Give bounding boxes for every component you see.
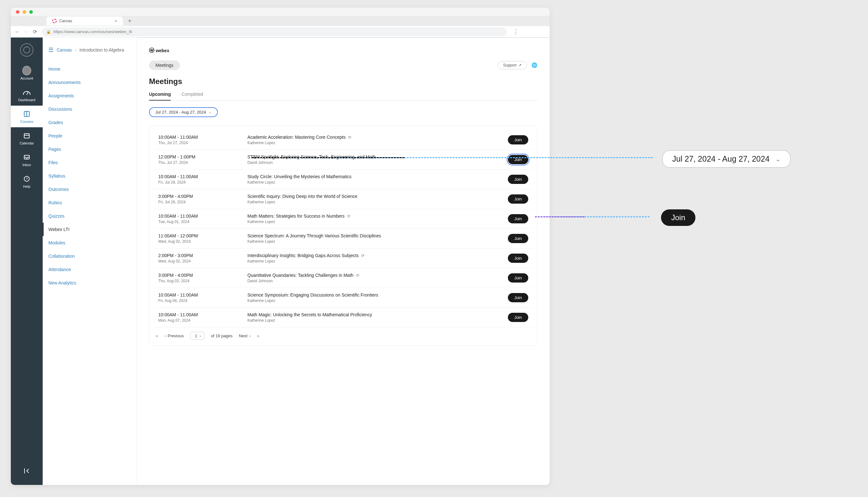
meeting-info: Study Circle: Unveiling the Mysteries of… [247, 174, 508, 185]
callout-join-button: Join [661, 209, 695, 226]
cnav-item-rubics[interactable]: Rubics [49, 196, 131, 209]
label: Courses [20, 119, 33, 124]
next-button[interactable]: Next› [239, 333, 251, 338]
join-button[interactable]: Join [508, 214, 528, 223]
meeting-row: 10:00AM - 11:00AMMon, Aug 07, 2024Math M… [154, 308, 533, 327]
cnav-item-assignments[interactable]: Assignments [49, 89, 131, 102]
close-window-icon[interactable] [16, 10, 19, 14]
join-button[interactable]: Join [508, 254, 528, 263]
address-bar[interactable]: 🔒 https://www.canvas.com/courses/webex_l… [42, 27, 507, 36]
join-button[interactable]: Join [508, 273, 528, 283]
meeting-time-block: 12:00PM - 1:00PMThu, Jul 27, 2024 [158, 154, 247, 165]
cnav-item-syllabus[interactable]: Syllabus [49, 169, 131, 183]
url-bar: ← → ⟳ 🔒 https://www.canvas.com/courses/w… [11, 26, 550, 38]
sidebar-item-account[interactable]: Account [11, 62, 43, 84]
globe-icon[interactable]: 🌐 [532, 62, 537, 68]
tab-completed[interactable]: Completed [181, 91, 203, 101]
meeting-title: Interdisciplinary Insights: Bridging Gap… [247, 253, 508, 258]
tab-bar: Canvas × + [11, 16, 550, 26]
cnav-item-quizzes[interactable]: Quizzes [49, 209, 131, 223]
join-button[interactable]: Join [508, 313, 528, 322]
sidebar-item-courses[interactable]: Courses [11, 105, 43, 127]
meeting-time: 11:00AM - 12:00PM [158, 233, 247, 238]
tab-close-icon[interactable]: × [115, 18, 117, 24]
join-button[interactable]: Join [508, 135, 528, 144]
chevron-down-icon: ⌄ [209, 110, 211, 114]
join-button[interactable]: Join [508, 175, 528, 184]
meeting-time-block: 2:00PM - 3:00PMWed, Aug 02, 2024 [158, 253, 247, 264]
join-button[interactable]: Join [508, 293, 528, 302]
join-button[interactable]: Join [508, 155, 528, 164]
meeting-time-block: 10:00AM - 11:00AMTue, Aug 01, 2024 [158, 213, 247, 224]
previous-button[interactable]: ‹Previous [164, 333, 184, 338]
sidebar-item-dashboard[interactable]: Dashboard [11, 84, 43, 105]
chevron-right-icon: › [249, 333, 251, 338]
meetings-chip[interactable]: Meetings [149, 60, 180, 70]
join-button[interactable]: Join [508, 195, 528, 204]
last-page-icon[interactable]: » [257, 333, 259, 338]
browser-tab[interactable]: Canvas × [46, 16, 123, 26]
meeting-time-block: 3:00PM - 4:00PMFri, Jul 28, 2024 [158, 194, 247, 204]
svg-text:?: ? [26, 177, 28, 181]
cnav-item-files[interactable]: Files [49, 156, 131, 169]
support-button[interactable]: Support ↗ [498, 61, 527, 69]
cnav-item-discussions[interactable]: Discussions [49, 102, 131, 116]
cnav-item-announcements[interactable]: Announcements [49, 76, 131, 89]
cnav-item-home[interactable]: Home [49, 62, 131, 76]
meeting-title: STEM Spotlight: Exploring Science, Tech,… [247, 154, 508, 159]
meeting-row: 3:00PM - 4:00PMFri, Jul 28, 2024Scientif… [154, 189, 533, 209]
meeting-info: Interdisciplinary Insights: Bridging Gap… [247, 253, 508, 264]
meeting-host: David Johnson [247, 160, 508, 165]
maximize-window-icon[interactable] [29, 10, 33, 14]
meeting-title: Science Spectrum: A Journey Through Vari… [247, 233, 508, 238]
cnav-item-grades[interactable]: Grades [49, 116, 131, 129]
breadcrumb-canvas-link[interactable]: Canvas [57, 47, 72, 53]
date-range-dropdown[interactable]: Jul 27, 2024 - Aug 27, 2024 ⌄ [149, 107, 218, 117]
meeting-time-block: 3:00PM - 4:00PMThu, Aug 03, 2024 [158, 273, 247, 283]
reload-icon[interactable]: ⟳ [33, 29, 37, 35]
meeting-time: 10:00AM - 11:00AM [158, 312, 247, 317]
hamburger-icon[interactable]: ☰ [49, 46, 54, 54]
meeting-host: Katherine Lopez [247, 318, 508, 323]
sidebar-item-calendar[interactable]: Calendar [11, 127, 43, 149]
svg-rect-2 [24, 133, 29, 138]
back-icon[interactable]: ← [15, 29, 19, 34]
inbox-icon [22, 153, 31, 162]
cnav-item-webex-lti[interactable]: Webex LTI [43, 223, 131, 236]
cnav-item-attendance[interactable]: Attendance [49, 263, 131, 276]
cnav-item-collaboration[interactable]: Collaboration [49, 250, 131, 263]
meeting-title: Math Magic: Unlocking the Secrets to Mat… [247, 312, 508, 317]
window-chrome [11, 8, 550, 16]
tab-list: Upcoming Completed [149, 91, 537, 101]
new-tab-button[interactable]: + [125, 18, 134, 25]
sidebar-item-inbox[interactable]: Inbox [11, 149, 43, 171]
meeting-title: Math Matters: Strategies for Success in … [247, 213, 508, 218]
external-link-icon: ↗ [519, 63, 522, 68]
meeting-title: Quantitative Quandaries: Tackling Challe… [247, 273, 508, 278]
more-menu-icon[interactable]: ⋮ [511, 28, 521, 35]
tab-upcoming[interactable]: Upcoming [149, 91, 171, 101]
cnav-item-outcomes[interactable]: Outcomes [49, 183, 131, 196]
meeting-title: Science Symposium: Engaging Discussions … [247, 293, 508, 298]
cnav-item-modules[interactable]: Modules [49, 236, 131, 250]
label: Dashboard [18, 98, 35, 102]
first-page-icon[interactable]: « [156, 333, 158, 338]
collapse-sidebar-icon[interactable] [23, 467, 30, 475]
sidebar-item-help[interactable]: ? Help [11, 171, 43, 192]
page-select[interactable]: 1 [190, 332, 204, 340]
callout-connector [535, 216, 584, 217]
cnav-item-people[interactable]: People [49, 129, 131, 143]
cnav-item-pages[interactable]: Pages [49, 143, 131, 156]
cnav-item-new-analytics[interactable]: New Analytics [49, 276, 131, 289]
meeting-time: 12:00PM - 1:00PM [158, 154, 247, 159]
recurring-icon: ⟳ [348, 135, 352, 140]
canvas-logo-icon[interactable] [20, 43, 33, 57]
lock-icon: 🔒 [46, 30, 51, 34]
forward-icon[interactable]: → [24, 29, 29, 34]
label: Inbox [23, 163, 31, 167]
minimize-window-icon[interactable] [23, 10, 26, 14]
meeting-row: 2:00PM - 3:00PMWed, Aug 02, 2024Interdis… [154, 248, 533, 268]
meeting-host: Katherine Lopez [247, 141, 508, 145]
meeting-info: Science Spectrum: A Journey Through Vari… [247, 233, 508, 244]
join-button[interactable]: Join [508, 234, 528, 243]
